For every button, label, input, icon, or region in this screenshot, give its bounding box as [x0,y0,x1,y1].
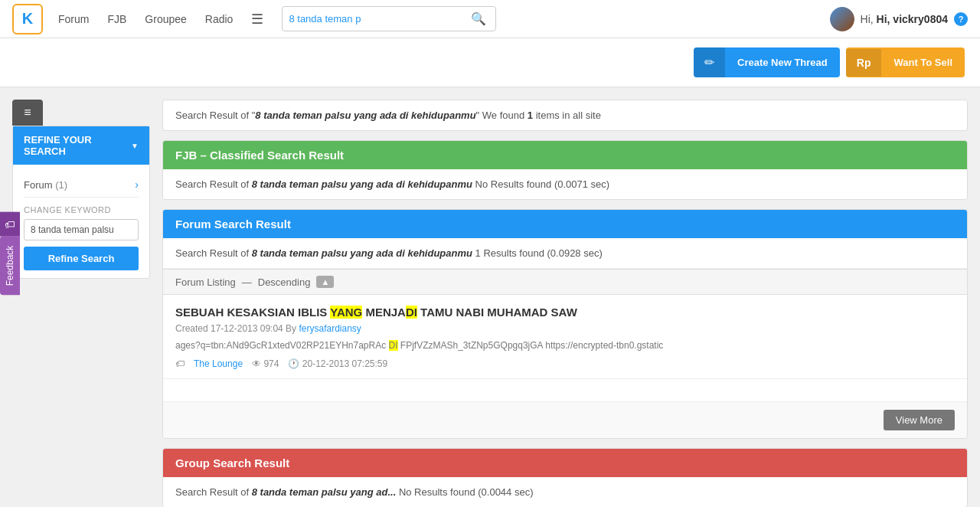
forum-listing-label: Forum Listing [175,276,236,288]
search-summary: Search Result of "8 tanda teman palsu ya… [162,100,968,131]
feedback-icon: 🏷 [0,212,20,237]
forum-filter[interactable]: Forum (1) › [24,172,139,198]
tag-icon: 🏷 [175,358,185,369]
header-right: Hi, Hi, vickry0804 ? [830,7,968,31]
hamburger-button[interactable]: ☰ [248,8,266,31]
main-nav: Forum FJB Groupee Radio [58,13,233,25]
nav-forum[interactable]: Forum [58,13,89,25]
refine-header: REFINE YOUR SEARCH ▼ [13,126,149,165]
results-section: Search Result of "8 tanda teman palsu ya… [162,100,968,507]
refine-box: REFINE YOUR SEARCH ▼ Forum (1) › CHANGE … [12,126,150,279]
want-to-sell-button[interactable]: Rp Want To Sell [846,47,965,77]
refine-body: Forum (1) › CHANGE KEYWORD Refine Search [13,165,149,278]
fjb-result-body: Search Result of 8 tanda teman palsu yan… [163,169,967,199]
forum-filter-label: Forum (1) [24,179,67,191]
help-icon[interactable]: ? [954,12,968,26]
listing-collapse-button[interactable]: ▲ [316,276,334,288]
refine-label: REFINE YOUR SEARCH [24,134,131,157]
avatar [830,7,854,31]
toolbar: ✏ Create New Thread Rp Want To Sell [0,38,980,87]
group-result-header: Group Search Result [163,449,967,477]
group-result-block: Group Search Result Search Result of 8 t… [162,448,968,507]
forum-listing-order: Descending [258,276,311,288]
view-more-bar: View More [163,401,967,438]
logo[interactable]: K [12,4,43,34]
view-more-button[interactable]: View More [884,410,955,430]
forum-result-summary: Search Result of 8 tanda teman palsu yan… [163,238,967,269]
search-input[interactable] [289,13,468,25]
create-thread-label: Create New Thread [725,49,840,76]
nav-radio[interactable]: Radio [205,13,234,25]
forum-result-block: Forum Search Result Search Result of 8 t… [162,209,968,439]
feedback-label[interactable]: Feedback [0,237,20,296]
create-thread-icon: ✏ [694,47,725,77]
keyword-input[interactable] [24,219,139,240]
post-tag-link[interactable]: The Lounge [194,358,243,369]
change-keyword-label: CHANGE KEYWORD [24,205,139,214]
refine-arrow-icon: ▼ [131,142,139,150]
fjb-result-block: FJB – Classified Search Result Search Re… [162,140,968,200]
forum-filter-arrow-icon: › [135,178,139,191]
search-wrapper: 🔍 [282,6,496,31]
want-to-sell-label: Want To Sell [881,49,965,76]
post-excerpt: ages?q=tbn:ANd9GcR1xtedV02RP21EYHn7apRAc… [175,339,955,352]
post-title: SEBUAH KESAKSIAN IBLIS YANG MENJADI TAMU… [175,304,955,320]
main-content: ≡ REFINE YOUR SEARCH ▼ Forum (1) › CHANG… [0,87,980,507]
search-button[interactable]: 🔍 [468,10,489,28]
post-meta: Created 17-12-2013 09:04 By ferysafardia… [175,323,955,334]
refine-search-button[interactable]: Refine Search [24,247,139,270]
header: K Forum FJB Groupee Radio ☰ 🔍 Hi, Hi, vi… [0,0,980,38]
user-greeting: Hi, Hi, vickry0804 [861,13,948,25]
post-author-link[interactable]: ferysafardiansy [299,323,361,334]
sidebar: ≡ REFINE YOUR SEARCH ▼ Forum (1) › CHANG… [12,100,150,507]
forum-result-header: Forum Search Result [163,210,967,238]
sell-icon: Rp [846,49,882,77]
nav-fjb[interactable]: FJB [107,13,126,25]
feedback-tab[interactable]: 🏷 Feedback [0,212,20,296]
fjb-result-header: FJB – Classified Search Result [163,141,967,169]
forum-post-item: SEBUAH KESAKSIAN IBLIS YANG MENJADI TAMU… [163,295,967,378]
post-separator [163,378,967,401]
post-tags: 🏷 The Lounge 👁 974 🕐 20-12-2013 07:25:59 [175,358,955,369]
sidebar-toggle-button[interactable]: ≡ [12,100,43,126]
create-thread-button[interactable]: ✏ Create New Thread [694,47,840,77]
nav-groupee[interactable]: Groupee [145,13,186,25]
forum-listing-bar: Forum Listing — Descending ▲ [163,269,967,295]
group-result-body: Search Result of 8 tanda teman palsu yan… [163,477,967,507]
